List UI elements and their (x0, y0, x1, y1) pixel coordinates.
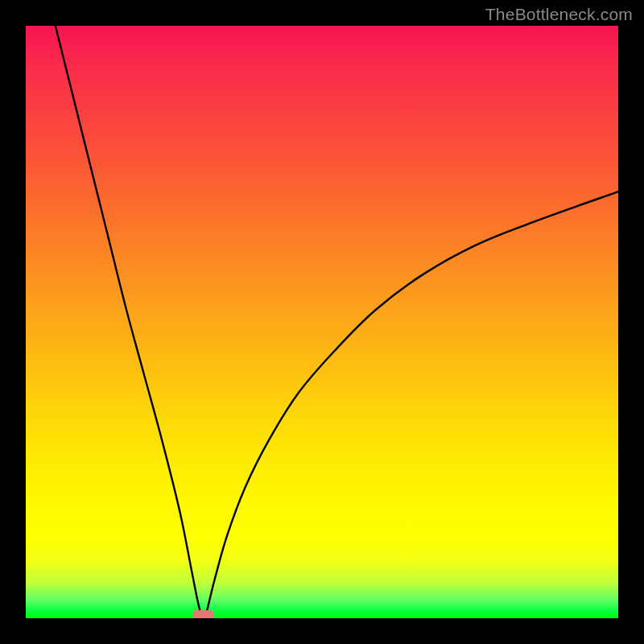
minimum-marker (193, 610, 214, 618)
attribution-text: TheBottleneck.com (485, 5, 633, 24)
chart-svg (26, 26, 618, 618)
chart-area (26, 26, 618, 618)
bottleneck-curve-line (56, 26, 618, 618)
